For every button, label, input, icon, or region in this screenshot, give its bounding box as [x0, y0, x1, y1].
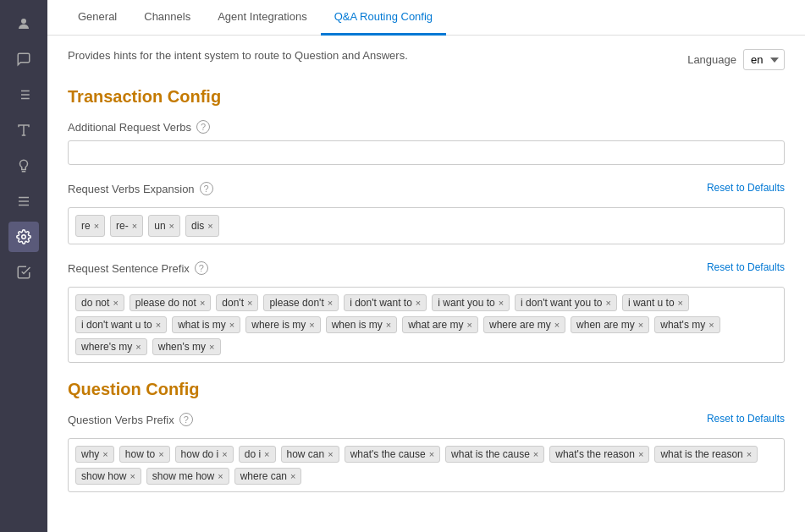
tag-label: i don't want u to — [81, 319, 152, 331]
tab-bar: General Channels Agent Integrations Q&A … — [47, 0, 805, 36]
tag-remove-button[interactable]: × — [638, 321, 643, 330]
tag-remove-button[interactable]: × — [158, 450, 163, 459]
tag: what are my× — [402, 316, 478, 333]
tag-remove-button[interactable]: × — [467, 321, 472, 330]
chat-icon[interactable] — [8, 44, 39, 74]
tag-remove-button[interactable]: × — [156, 321, 161, 330]
tag-remove-button[interactable]: × — [429, 450, 434, 459]
tag: what is my× — [172, 316, 240, 333]
additional-request-verbs-group: Additional Request Verbs ? — [68, 120, 785, 165]
tag: i want u to× — [622, 294, 689, 311]
tag-remove-button[interactable]: × — [554, 321, 560, 330]
request-verbs-expansion-group: Request Verbs Expansion ? Reset to Defau… — [68, 182, 785, 244]
svg-point-0 — [21, 19, 26, 24]
request-verbs-expansion-tags: re×re-×un×dis× — [68, 207, 785, 244]
tag-remove-button[interactable]: × — [264, 450, 269, 459]
question-verbs-prefix-tags: why×how to×how do i×do i×how can×what's … — [68, 438, 785, 492]
tag-remove-button[interactable]: × — [222, 450, 227, 459]
tag: what is the reason× — [654, 446, 758, 463]
request-sentence-prefix-group: Request Sentence Prefix ? Reset to Defau… — [68, 261, 785, 363]
tag: please don't× — [263, 294, 339, 311]
tag-remove-button[interactable]: × — [678, 299, 683, 308]
tag-label: what is the cause — [451, 448, 530, 460]
tag-label: what's my — [660, 319, 705, 331]
tag-label: i want you to — [438, 297, 494, 309]
tag-remove-button[interactable]: × — [709, 321, 714, 330]
tag-remove-button[interactable]: × — [290, 472, 295, 481]
tag-label: don't — [222, 297, 244, 309]
request-sentence-prefix-tags: do not×please do not×don't×please don't×… — [68, 287, 785, 363]
tag: do not× — [75, 294, 124, 311]
tag-remove-button[interactable]: × — [605, 299, 610, 308]
tag-remove-button[interactable]: × — [309, 321, 314, 330]
tag-remove-button[interactable]: × — [386, 321, 391, 330]
person-icon[interactable] — [8, 8, 39, 39]
tab-agent-integrations[interactable]: Agent Integrations — [204, 0, 321, 36]
tab-qa-routing-config[interactable]: Q&A Routing Config — [321, 0, 446, 36]
tab-general[interactable]: General — [64, 0, 130, 36]
tag: re-× — [110, 215, 143, 237]
tag: how can× — [281, 446, 339, 463]
tag-label: what's the reason — [555, 448, 635, 460]
tag: what is the cause× — [445, 446, 544, 463]
tag-remove-button[interactable]: × — [200, 299, 205, 308]
tag: dis× — [185, 215, 219, 237]
checklist-icon[interactable] — [8, 257, 39, 288]
tag: how do i× — [175, 446, 234, 463]
bulb-icon[interactable] — [8, 151, 39, 181]
tag-remove-button[interactable]: × — [102, 450, 108, 459]
tag-remove-button[interactable]: × — [130, 472, 135, 481]
tag-label: dis — [191, 220, 204, 232]
tag-label: do i — [245, 448, 261, 460]
tag: when's my× — [152, 338, 221, 355]
tag-remove-button[interactable]: × — [207, 222, 212, 231]
tag-label: what are my — [408, 319, 463, 331]
tag-remove-button[interactable]: × — [638, 450, 643, 459]
tag-label: what is the reason — [660, 448, 742, 460]
tag-label: how do i — [181, 448, 219, 460]
request-verbs-expansion-help-icon[interactable]: ? — [200, 182, 213, 195]
tag: where are my× — [483, 316, 565, 333]
text-icon[interactable] — [8, 115, 39, 145]
tag-label: i don't want you to — [521, 297, 602, 309]
language-select[interactable]: en fr de es — [743, 49, 785, 70]
tag-label: show how — [81, 470, 126, 482]
tag: when is my× — [326, 316, 397, 333]
tag-remove-button[interactable]: × — [416, 299, 421, 308]
formula-icon[interactable] — [8, 186, 39, 217]
request-sentence-prefix-help-icon[interactable]: ? — [195, 261, 208, 275]
tag-remove-button[interactable]: × — [328, 299, 333, 308]
tag-label: how can — [287, 448, 325, 460]
sidebar — [0, 0, 47, 532]
tag-remove-button[interactable]: × — [229, 321, 234, 330]
additional-request-verbs-input[interactable] — [68, 140, 785, 165]
tag-label: re- — [116, 220, 129, 232]
question-verbs-prefix-help-icon[interactable]: ? — [179, 413, 193, 426]
tag-remove-button[interactable]: × — [169, 222, 174, 231]
tag: i don't want to× — [344, 294, 427, 311]
tag-remove-button[interactable]: × — [113, 299, 118, 308]
additional-request-verbs-help-icon[interactable]: ? — [196, 120, 210, 134]
tab-channels[interactable]: Channels — [130, 0, 204, 36]
tag-remove-button[interactable]: × — [209, 343, 214, 352]
tag-remove-button[interactable]: × — [247, 299, 252, 308]
request-sentence-prefix-reset[interactable]: Reset to Defaults — [707, 261, 785, 273]
tag-remove-button[interactable]: × — [533, 450, 538, 459]
tag-remove-button[interactable]: × — [135, 343, 141, 352]
tag-remove-button[interactable]: × — [499, 299, 504, 308]
tag: i don't want u to× — [75, 316, 167, 333]
list-icon[interactable] — [8, 80, 39, 110]
tag-remove-button[interactable]: × — [328, 450, 333, 459]
question-verbs-prefix-reset[interactable]: Reset to Defaults — [707, 413, 785, 425]
gear-icon[interactable] — [8, 222, 39, 252]
tag: don't× — [216, 294, 258, 311]
tag-remove-button[interactable]: × — [218, 472, 223, 481]
tag-remove-button[interactable]: × — [94, 222, 99, 231]
tag: where's my× — [75, 338, 147, 355]
tag-remove-button[interactable]: × — [132, 222, 137, 231]
tag-label: where are my — [489, 319, 551, 331]
request-verbs-expansion-reset[interactable]: Reset to Defaults — [707, 182, 785, 194]
tag-remove-button[interactable]: × — [747, 450, 752, 459]
tag-label: please don't — [269, 297, 323, 309]
tag: where can× — [234, 468, 302, 485]
